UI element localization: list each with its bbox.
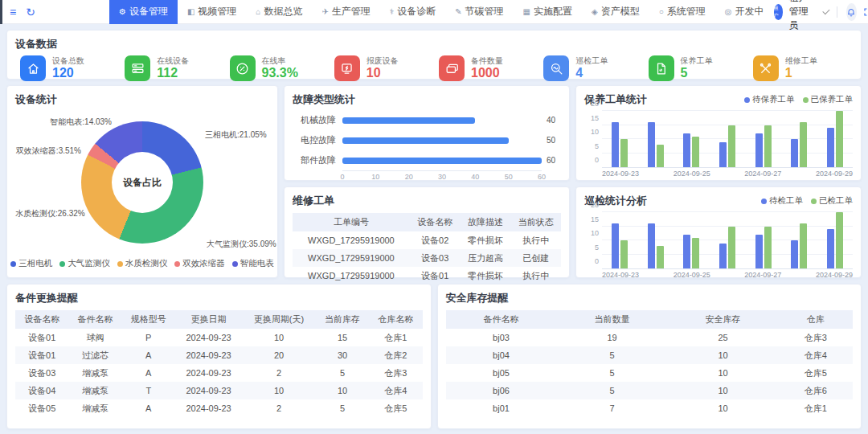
legend-item[interactable]: 水质检测仪 <box>117 258 168 269</box>
fault-category-label: 机械故障 <box>293 114 336 126</box>
bar <box>791 139 798 167</box>
legend-dot <box>10 261 16 267</box>
bar <box>683 133 690 167</box>
table-title: 维修工单 <box>293 194 561 208</box>
table-cell: 仓库3 <box>779 329 853 346</box>
table-cell: 设备04 <box>15 382 68 399</box>
table-row: 设备03增减泵A2024-09-2325仓库3 <box>15 364 423 382</box>
bar <box>620 240 628 268</box>
table-cell: 仓库2 <box>369 346 422 364</box>
bar <box>764 227 772 269</box>
axis-tick-label: 40 <box>471 173 479 181</box>
table-cell: WXGD_17295919000 <box>293 249 410 267</box>
legend-item[interactable]: 三相电机 <box>10 258 52 269</box>
sidebar-edge <box>0 0 2 24</box>
donut-legend: 三相电机大气监测仪水质检测仪双效浓缩器智能电表 <box>15 258 269 271</box>
table-cell: 设备03 <box>15 364 68 382</box>
bar <box>836 111 843 167</box>
table-cell: 20 <box>242 346 316 364</box>
fault-category-label: 部件故障 <box>293 154 336 166</box>
table-row: 设备01过滤芯A2024-09-232030仓库2 <box>15 346 423 364</box>
table-cell: 25 <box>668 329 779 346</box>
table-cell: 5 <box>557 364 668 382</box>
table-row: WXGD_17295919000设备02零件损坏执行中 <box>293 231 561 249</box>
avatar[interactable]: 租户 <box>774 4 783 20</box>
spare-parts-table: 设备名称备件名称规格型号更换日期更换周期(天)当前库存仓库名称设备01球阀P20… <box>15 310 423 417</box>
x-axis-tick-label: 2024-09-25 <box>674 269 710 279</box>
legend-dot <box>744 97 750 103</box>
legend-item[interactable]: 双效浓缩器 <box>174 258 225 269</box>
table-cell: 5 <box>316 364 369 382</box>
nav-tab[interactable]: ▦实施配置 <box>514 0 582 24</box>
legend-item[interactable]: 待保养工单 <box>744 94 795 105</box>
x-axis-tick-label: 2024-09-27 <box>744 168 781 178</box>
table-cell: 仓库4 <box>779 346 853 364</box>
diagnose-icon: ⚕ <box>390 7 394 16</box>
legend-label: 双效浓缩器 <box>182 258 225 269</box>
bar-group <box>817 211 853 268</box>
safety-stock-card: 安全库存提醒 备件名称当前数量安全库存仓库bj031925仓库3bj04510仓… <box>437 284 862 429</box>
table-row: bj01710仓库1 <box>446 399 854 417</box>
legend-dot <box>117 261 123 267</box>
legend-dot <box>232 261 238 267</box>
bar <box>648 122 655 167</box>
table-row: bj04510仓库4 <box>446 346 854 364</box>
device-data-panel: 设备数据 设备总数 120 在线设备 112 在线率 93.3% 报废设备 10 <box>6 30 862 80</box>
legend-label: 智能电表 <box>240 258 274 269</box>
top-navbar: ≡ ↻ ⚙设备管理◧视频管理⌂数据总览✈生产管理⚕设备诊断✎节碳管理▦实施配置◈… <box>0 0 868 24</box>
notification-bell-icon[interactable] <box>846 3 856 21</box>
table-cell: WXGD_17295919000 <box>293 267 410 285</box>
legend-label: 待检工单 <box>769 195 803 207</box>
legend-item[interactable]: 已保养工单 <box>803 94 854 105</box>
table-cell: 10 <box>668 364 779 382</box>
column-header: 工单编号 <box>293 213 410 231</box>
bar-group <box>745 110 781 167</box>
legend-item[interactable]: 待检工单 <box>761 195 803 207</box>
refresh-icon[interactable]: ↻ <box>26 6 35 18</box>
nav-tab[interactable]: ○系统管理 <box>649 0 715 24</box>
safety-stock-table: 备件名称当前数量安全库存仓库bj031925仓库3bj04510仓库4bj055… <box>446 310 854 417</box>
bar-track <box>342 158 542 164</box>
table-cell: 5 <box>316 399 369 417</box>
stat-value: 4 <box>575 66 608 80</box>
nav-tab[interactable]: ✈生产管理 <box>312 0 379 24</box>
column-header: 备件名称 <box>68 310 121 329</box>
axis-tick-label: 10 <box>371 173 379 181</box>
stat-card: 在线率 93.3% <box>225 55 330 81</box>
nav-tab[interactable]: ◧视频管理 <box>178 0 246 24</box>
stat-card: 设备总数 120 <box>15 55 120 81</box>
x-axis-tick-label <box>639 269 674 279</box>
nav-tab[interactable]: ✎节碳管理 <box>445 0 513 24</box>
bar <box>728 227 735 269</box>
legend-item[interactable]: 智能电表 <box>232 258 274 269</box>
table-row: 设备04增减泵T2024-09-231010仓库4 <box>15 382 423 399</box>
nav-tab[interactable]: ◈资产模型 <box>582 0 649 24</box>
table-row: WXGD_17295919000设备03压力超高已创建 <box>293 249 561 267</box>
nav-tab[interactable]: ⚙设备管理 <box>109 0 178 24</box>
table-cell: 5 <box>557 346 668 364</box>
fullscreen-icon[interactable] <box>863 7 868 17</box>
table-cell: 10 <box>668 382 779 399</box>
chevron-down-icon[interactable] <box>822 7 829 14</box>
x-axis-tick-label <box>710 269 745 279</box>
inspect-icon <box>543 55 569 81</box>
legend-item[interactable]: 已检工单 <box>811 195 853 207</box>
nav-tab-label: 设备诊断 <box>397 5 436 18</box>
table-cell: 增减泵 <box>68 382 121 399</box>
collapse-menu-icon[interactable]: ≡ <box>10 6 16 18</box>
fault-bar-row: 电控故障 50 <box>293 130 561 150</box>
table-cell: 2 <box>242 399 316 417</box>
stat-card: 保养工单 5 <box>644 55 748 81</box>
bar <box>620 139 628 167</box>
nav-tab[interactable]: ⚕设备诊断 <box>380 0 445 24</box>
nav-tab[interactable]: ◎开发中 <box>715 0 774 24</box>
pen-icon: ✎ <box>455 7 461 16</box>
nav-tab[interactable]: ⌂数据总览 <box>246 0 312 24</box>
bar-group <box>674 211 710 268</box>
legend-item[interactable]: 大气监测仪 <box>59 258 110 269</box>
column-header: 设备名称 <box>15 310 68 329</box>
nav-tab-label: 视频管理 <box>198 5 236 18</box>
nav-tab-label: 节碳管理 <box>465 5 504 18</box>
column-header: 更换日期 <box>175 310 242 329</box>
table-cell: 10 <box>242 329 316 346</box>
